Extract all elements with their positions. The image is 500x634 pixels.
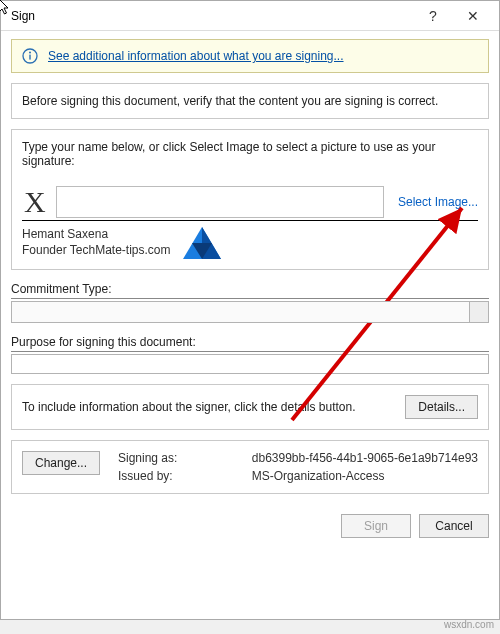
signer-title: Founder TechMate-tips.com (22, 243, 171, 257)
svg-point-1 (29, 52, 31, 54)
purpose-input[interactable] (11, 354, 489, 374)
info-icon (22, 48, 38, 64)
details-group: To include information about the signer,… (11, 384, 489, 430)
watermark: wsxdn.com (444, 619, 494, 630)
help-button[interactable]: ? (413, 2, 453, 30)
commitment-type-select[interactable] (11, 301, 489, 323)
help-icon: ? (429, 8, 437, 24)
info-link[interactable]: See additional information about what yo… (48, 49, 344, 63)
signature-group: Type your name below, or click Select Im… (11, 129, 489, 270)
chevron-down-icon (475, 308, 483, 322)
signature-line (22, 220, 478, 221)
sign-button[interactable]: Sign (341, 514, 411, 538)
change-button[interactable]: Change... (22, 451, 100, 475)
sign-dialog: Sign ? ✕ See additional information abou… (0, 0, 500, 620)
verify-group: Before signing this document, verify tha… (11, 83, 489, 119)
identity-group: Signing as: db6399bb-f456-44b1-9065-6e1a… (11, 440, 489, 494)
signing-as-label: Signing as: (118, 451, 244, 465)
app-logo (183, 227, 221, 259)
issued-by-value: MS-Organization-Access (252, 469, 478, 483)
dialog-title: Sign (11, 9, 413, 23)
cancel-button[interactable]: Cancel (419, 514, 489, 538)
details-text: To include information about the signer,… (22, 400, 393, 414)
issued-by-label: Issued by: (118, 469, 244, 483)
dialog-footer: Sign Cancel (1, 504, 499, 548)
signature-input[interactable] (56, 186, 384, 218)
signing-as-value: db6399bb-f456-44b1-9065-6e1a9b714e93 (252, 451, 478, 465)
close-button[interactable]: ✕ (453, 2, 493, 30)
commitment-type-label: Commitment Type: (11, 282, 489, 299)
signature-instruction: Type your name below, or click Select Im… (22, 140, 436, 168)
svg-rect-2 (29, 55, 30, 60)
close-icon: ✕ (467, 8, 479, 24)
verify-text: Before signing this document, verify tha… (22, 94, 438, 108)
select-image-link[interactable]: Select Image... (398, 195, 478, 209)
details-button[interactable]: Details... (405, 395, 478, 419)
signature-row: X Select Image... (22, 186, 478, 218)
titlebar: Sign ? ✕ (1, 1, 499, 31)
signer-area: Hemant Saxena Founder TechMate-tips.com (22, 227, 478, 259)
purpose-label: Purpose for signing this document: (11, 335, 489, 352)
signer-block: Hemant Saxena Founder TechMate-tips.com (22, 227, 171, 257)
cursor-icon (0, 0, 12, 19)
signature-x-mark: X (22, 187, 48, 217)
info-bar: See additional information about what yo… (11, 39, 489, 73)
signer-name: Hemant Saxena (22, 227, 171, 241)
client-area: See additional information about what yo… (1, 31, 499, 504)
